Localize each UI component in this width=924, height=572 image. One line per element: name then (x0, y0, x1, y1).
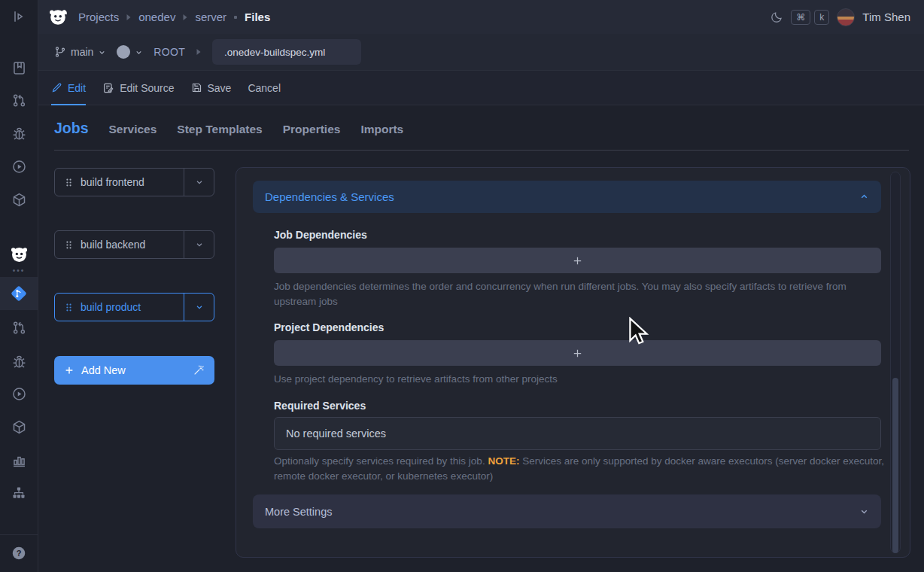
job-dropdown-button[interactable] (184, 294, 214, 321)
sidebar-expand-button[interactable] (0, 2, 38, 32)
sidebar-project-avatar[interactable] (0, 239, 38, 269)
cancel-button[interactable]: Cancel (239, 71, 289, 105)
required-services-label: Required Services (274, 400, 366, 412)
revision-selector[interactable] (117, 45, 143, 59)
scrollbar-track[interactable] (890, 172, 901, 553)
drag-handle-icon[interactable] (65, 240, 73, 250)
required-services-value: No required services (286, 427, 386, 440)
plus-icon (572, 348, 583, 359)
chevron-right-icon (182, 14, 188, 21)
job-dropdown-button[interactable] (184, 169, 214, 196)
sidebar-item-help[interactable]: ? (0, 538, 38, 568)
edit-tab-label: Edit (68, 82, 86, 94)
drag-handle-icon[interactable] (65, 303, 73, 312)
tab-properties[interactable]: Properties (283, 123, 341, 136)
help-prefix: Optionally specify services required by … (274, 455, 488, 467)
bug-icon (11, 126, 27, 141)
job-dropdown-button[interactable] (184, 231, 214, 258)
save-label: Save (208, 82, 232, 94)
plus-icon (64, 365, 74, 376)
svg-text:?: ? (17, 549, 22, 558)
chevron-down-icon (859, 507, 869, 516)
k-key-badge: k (814, 10, 829, 25)
sidebar-bottom-divider (0, 534, 38, 535)
drag-handle-icon[interactable] (65, 178, 73, 187)
pencil-icon (51, 82, 62, 93)
git-branch-icon (54, 46, 66, 58)
sidebar-item-issues[interactable] (0, 118, 38, 148)
user-avatar[interactable] (837, 8, 855, 26)
pull-request-icon (11, 320, 27, 336)
sidebar-item-project-code[interactable] (0, 277, 38, 310)
shortcut-hint[interactable]: ⌘ k (791, 10, 829, 25)
sidebar-item-pull-requests[interactable] (0, 85, 38, 115)
onedev-project-logo-icon (9, 245, 29, 265)
revision-status-icon (117, 45, 130, 59)
job-dependencies-label: Job Dependencies (274, 229, 367, 241)
sidebar-item-hierarchy[interactable] (0, 478, 38, 508)
bug-icon (11, 354, 27, 370)
chevron-right-icon (126, 14, 132, 21)
sidebar-item-builds[interactable] (0, 151, 38, 181)
app-sidebar: ••• ? (0, 0, 38, 572)
more-settings-label: More Settings (265, 506, 332, 518)
required-services-field[interactable]: No required services (274, 417, 881, 450)
code-diamond-icon (9, 284, 29, 303)
sidebar-item-code-docs[interactable] (0, 53, 38, 83)
sidebar-item-project-pull-requests[interactable] (0, 312, 38, 342)
user-name[interactable]: Tim Shen (862, 11, 910, 23)
dark-mode-toggle[interactable] (770, 11, 783, 24)
job-item-build-product[interactable]: build product (54, 293, 214, 321)
job-label: build backend (81, 239, 145, 251)
job-item-build-frontend[interactable]: build frontend (54, 168, 214, 196)
add-new-job-button[interactable]: Add New (54, 356, 214, 385)
edit-tab[interactable]: Edit (43, 71, 94, 105)
bar-chart-icon (11, 452, 27, 468)
file-name-input[interactable]: .onedev-buildspec.yml (212, 39, 361, 65)
edit-toolbar: Edit Edit Source Save Cancel (38, 70, 924, 105)
save-button[interactable]: Save (183, 71, 240, 105)
section-title: Dependencies & Services (265, 190, 394, 203)
breadcrumb-server[interactable]: server (195, 11, 226, 23)
job-item-build-backend[interactable]: build backend (54, 230, 214, 259)
branch-name: main (71, 46, 93, 58)
tab-jobs[interactable]: Jobs (54, 120, 89, 137)
tab-services[interactable]: Services (109, 123, 157, 136)
chevron-up-icon (859, 192, 869, 202)
tab-imports[interactable]: Imports (360, 123, 403, 136)
root-path-link[interactable]: ROOT (153, 46, 185, 58)
package-icon (11, 419, 27, 435)
required-services-help: Optionally specify services required by … (274, 454, 885, 484)
breadcrumb-projects[interactable]: Projects (78, 11, 119, 23)
add-project-dependency-button[interactable] (274, 340, 881, 366)
cancel-label: Cancel (248, 82, 281, 94)
edit-source-tab[interactable]: Edit Source (94, 71, 182, 105)
play-circle-icon (11, 386, 27, 402)
sidebar-item-project-issues[interactable] (0, 346, 38, 376)
sidebar-item-project-packages[interactable] (0, 412, 38, 442)
dot-separator (233, 15, 238, 20)
expand-sidebar-icon (11, 9, 26, 24)
job-label: build product (81, 301, 141, 313)
sidebar-item-stats[interactable] (0, 445, 38, 475)
add-job-dependency-button[interactable] (274, 248, 881, 273)
chevron-right-icon (196, 48, 202, 56)
sidebar-ellipsis: ••• (0, 266, 38, 275)
add-new-label: Add New (81, 364, 126, 376)
magic-wand-icon (193, 364, 205, 376)
scrollbar-thumb[interactable] (892, 378, 898, 553)
sidebar-item-packages[interactable] (0, 184, 38, 214)
more-settings-section-header[interactable]: More Settings (253, 494, 881, 528)
tab-step-templates[interactable]: Step Templates (177, 123, 262, 136)
breadcrumb-onedev[interactable]: onedev (138, 11, 175, 23)
job-detail-card: Dependencies & Services Job Dependencies… (236, 167, 910, 558)
project-dependencies-help: Use project dependency to retrieve artif… (274, 372, 885, 387)
sidebar-item-project-builds[interactable] (0, 379, 38, 409)
branch-selector[interactable]: main (54, 46, 106, 58)
sitemap-icon (11, 485, 26, 500)
edit-source-label: Edit Source (120, 82, 174, 94)
page-title: Files (245, 11, 270, 23)
dependencies-services-section-header[interactable]: Dependencies & Services (253, 181, 881, 213)
onedev-logo-icon (47, 7, 68, 28)
project-dependencies-label: Project Dependencies (274, 321, 384, 333)
